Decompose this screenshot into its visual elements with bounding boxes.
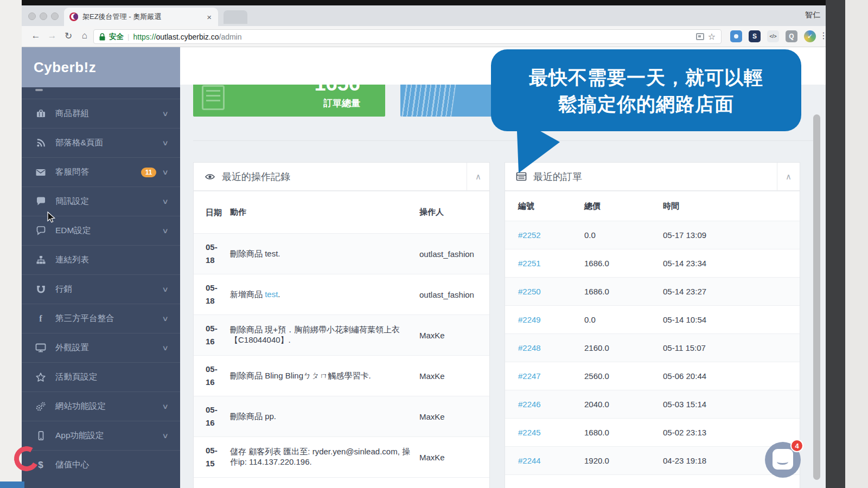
sidebar-item-customer-service[interactable]: 客服問答 11 ∨ bbox=[22, 157, 180, 187]
envelope-icon bbox=[35, 167, 46, 178]
sidebar-item-link-list[interactable]: 連結列表 bbox=[22, 245, 180, 274]
chat-icon bbox=[35, 196, 46, 207]
table-row: 05-15 儲存 顧客列表 匯出至: ryder.yen@sinlead.com… bbox=[194, 437, 489, 478]
extension-s-icon[interactable]: S bbox=[749, 30, 761, 42]
facebook-icon: f bbox=[35, 313, 46, 324]
chevron-down-icon: ∨ bbox=[162, 285, 169, 293]
chrome-menu-icon[interactable]: ⋮ bbox=[819, 30, 828, 41]
table-row: #22451680.005-02 23:13 bbox=[505, 419, 800, 447]
sidebar-item-product-groups[interactable]: 商品群組 ∨ bbox=[22, 99, 180, 128]
table-row: #22490.005-14 10:54 bbox=[505, 306, 800, 334]
table-row: #22482160.005-11 15:07 bbox=[505, 334, 800, 362]
reload-icon[interactable]: ↻ bbox=[62, 30, 75, 42]
magnet-icon bbox=[35, 284, 46, 295]
tooltip-text-line1: 最快不需要一天，就可以輕 bbox=[529, 64, 763, 91]
activity-link[interactable]: test bbox=[265, 290, 278, 299]
order-link[interactable]: #2251 bbox=[518, 259, 541, 268]
logo-band: Cyberb!z bbox=[22, 47, 180, 87]
order-link[interactable]: #2246 bbox=[518, 400, 541, 409]
sidebar-item-blog-pages[interactable]: 部落格&頁面 ∨ bbox=[22, 128, 180, 157]
order-link[interactable]: #2252 bbox=[518, 230, 541, 240]
close-window-button[interactable] bbox=[28, 12, 36, 20]
chevron-down-icon: ∨ bbox=[162, 314, 169, 323]
order-link[interactable]: #2249 bbox=[518, 315, 541, 324]
monitor-icon bbox=[35, 343, 46, 354]
tooltip-text-line2: 鬆搞定你的網路店面 bbox=[558, 91, 734, 117]
maximize-window-button[interactable] bbox=[51, 12, 59, 20]
browser-tab[interactable]: 架EZ後台管理 - 奧斯嚴選 × bbox=[64, 8, 218, 26]
sidebar-item-edm-settings[interactable]: EDM設定 ∨ bbox=[22, 216, 180, 245]
address-bar[interactable]: 安全 | https://outlast.cyberbiz.co/admin ☆ bbox=[93, 29, 722, 44]
unread-count-badge: 11 bbox=[141, 168, 157, 177]
sidebar-item-stored-value[interactable]: $ 儲值中心 bbox=[22, 450, 180, 479]
sidebar-item-campaign-page[interactable]: 活動頁設定 bbox=[22, 362, 180, 391]
scrolled-item-fragment bbox=[35, 89, 43, 91]
rss-icon bbox=[35, 138, 46, 149]
column-order-id: 編號 bbox=[505, 191, 584, 221]
table-row: 05-16 刪除商品 pp. MaxKe bbox=[194, 396, 489, 437]
admin-page: Cyberb!z 商品群組 ∨ 部落格&頁面 ∨ bbox=[22, 47, 826, 488]
collapse-chevron-icon[interactable]: ∧ bbox=[467, 163, 489, 191]
order-link[interactable]: #2245 bbox=[518, 428, 541, 437]
extension-tag-icon[interactable] bbox=[730, 30, 742, 42]
table-row bbox=[505, 475, 800, 488]
bookmark-star-icon[interactable]: ☆ bbox=[708, 33, 716, 41]
extension-q-icon[interactable]: Q bbox=[786, 30, 797, 42]
extension-check-icon[interactable]: ✓ bbox=[804, 30, 816, 42]
mouse-cursor bbox=[47, 211, 59, 223]
column-date: 日期 bbox=[206, 206, 222, 219]
chevron-down-icon: ∨ bbox=[162, 110, 169, 118]
desktop-top-strip bbox=[22, 0, 826, 5]
inactive-tab-stub[interactable] bbox=[224, 10, 247, 24]
browser-toolbar: ← → ↻ ⌂ 安全 | https://outlast.cyberbiz.co… bbox=[22, 26, 826, 47]
sidebar-item-sms-settings[interactable]: 簡訊設定 ∨ bbox=[22, 187, 180, 216]
browser-window: 架EZ後台管理 - 奧斯嚴選 × 智仁 ← → ↻ ⌂ 安全 | https:/… bbox=[22, 5, 826, 488]
extension-code-icon[interactable]: </> bbox=[767, 30, 779, 42]
star-icon bbox=[35, 372, 46, 383]
desktop-right-strip bbox=[826, 0, 845, 488]
tab-bar: 架EZ後台管理 - 奧斯嚴選 × 智仁 bbox=[22, 5, 826, 26]
order-link[interactable]: #2247 bbox=[518, 371, 541, 381]
table-row: 05-18 新增商品 test. outlast_fashion bbox=[194, 274, 489, 315]
table-row: 05-16 刪除商品 現+預．胸前綁帶小花刺繡荷葉領上衣【C18044040】.… bbox=[194, 315, 489, 356]
order-link[interactable]: #2248 bbox=[518, 343, 541, 352]
table-row: #22501686.005-14 23:27 bbox=[505, 278, 800, 306]
receipt-icon bbox=[202, 85, 225, 110]
orders-panel-title: 最近的訂單 bbox=[533, 170, 777, 183]
sitemap-icon bbox=[35, 255, 46, 266]
page-action-icon[interactable] bbox=[696, 33, 704, 40]
chevron-down-icon: ∨ bbox=[162, 344, 169, 352]
order-link[interactable]: #2244 bbox=[518, 456, 541, 465]
screen: 架EZ後台管理 - 奧斯嚴選 × 智仁 ← → ↻ ⌂ 安全 | https:/… bbox=[0, 0, 868, 488]
taskbar-fragment bbox=[0, 481, 24, 488]
chat-unread-badge: 4 bbox=[790, 439, 803, 452]
lock-icon bbox=[99, 33, 105, 41]
forward-icon[interactable]: → bbox=[46, 30, 59, 41]
table-row: #22511686.005-14 23:34 bbox=[505, 249, 800, 278]
minimize-window-button[interactable] bbox=[40, 12, 47, 20]
activity-table: 日期 動作 操作人 05-18 刪除商品 test. outlast_fashi… bbox=[194, 191, 489, 488]
sidebar-menu: 商品群組 ∨ 部落格&頁面 ∨ 客服問答 11 ∨ bbox=[22, 99, 180, 479]
cyberbiz-logo[interactable]: Cyberb!z bbox=[34, 59, 96, 76]
table-row bbox=[194, 478, 489, 488]
chrome-profile-name[interactable]: 智仁 bbox=[805, 10, 820, 20]
sidebar-item-site-features[interactable]: 網站功能設定 ∨ bbox=[22, 391, 180, 421]
table-row: 05-16 刪除商品 Bling Blingㄅㄆㄇ觸感學習卡. MaxKe bbox=[194, 356, 489, 396]
back-icon[interactable]: ← bbox=[29, 30, 42, 41]
column-price: 總價 bbox=[584, 191, 662, 221]
sidebar-item-third-party[interactable]: f 第三方平台整合 ∨ bbox=[22, 304, 180, 333]
home-icon[interactable]: ⌂ bbox=[78, 30, 91, 41]
sidebar-item-app-features[interactable]: App功能設定 ∨ bbox=[22, 421, 180, 450]
chevron-down-icon: ∨ bbox=[162, 227, 169, 235]
chevron-down-icon: ∨ bbox=[162, 168, 169, 176]
collapse-chevron-icon[interactable]: ∧ bbox=[777, 163, 800, 191]
order-link[interactable]: #2250 bbox=[518, 287, 541, 296]
table-row: #22462040.005-03 15:14 bbox=[505, 390, 800, 419]
sidebar-item-appearance[interactable]: 外觀設置 ∨ bbox=[22, 333, 180, 362]
page-scrollbar[interactable] bbox=[813, 114, 820, 480]
tab-close-icon[interactable]: × bbox=[206, 12, 213, 22]
sidebar-item-marketing[interactable]: 行銷 ∨ bbox=[22, 274, 180, 304]
activity-panel-title: 最近的操作記錄 bbox=[222, 170, 467, 183]
site-favicon-icon bbox=[69, 12, 78, 21]
eye-icon bbox=[205, 172, 215, 181]
